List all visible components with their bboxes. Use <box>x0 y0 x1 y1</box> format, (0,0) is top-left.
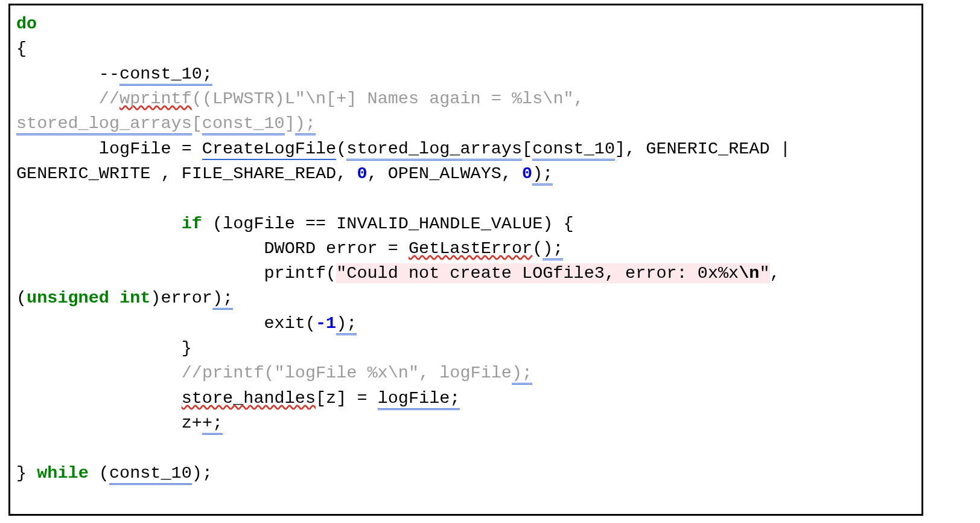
bracket-open-2: [ <box>522 139 532 159</box>
code-block-frame: do { --const_10; //wprintf((LPWSTR)L"\n[… <box>8 4 923 516</box>
cast-rest: )error <box>150 288 212 308</box>
comment-slashes: // <box>99 89 119 109</box>
semicolon: ; <box>202 64 212 86</box>
comment-const10: const_10 <box>202 114 285 135</box>
identifier-const10: const_10 <box>119 64 202 86</box>
keyword-unsigned-int: unsigned int <box>27 288 150 308</box>
while-close: ); <box>192 463 212 483</box>
zpp-indent: z+ <box>16 413 202 433</box>
exit-indent: exit( <box>16 313 316 333</box>
identifier-const10-3: const_10 <box>109 463 192 485</box>
comment-slashes-2: // <box>182 363 202 383</box>
cast-open: ( <box>16 288 27 308</box>
comment-rest-2: printf("logFile %x\n", logFile <box>202 363 512 383</box>
store-indent <box>16 388 182 408</box>
close-paren-semi-2: ); <box>542 239 563 260</box>
code-listing: do { --const_10; //wprintf((LPWSTR)L"\n[… <box>16 11 915 486</box>
fn-getlasterror: GetLastError <box>409 239 532 258</box>
keyword-while: while <box>37 463 89 483</box>
string-escape-n: \n <box>739 263 759 283</box>
brace-open: { <box>16 39 27 59</box>
string-body: "Could not create LOGfile3, error: 0x%x <box>336 263 739 283</box>
close-brace: } <box>16 463 37 483</box>
if-close-brace: } <box>16 338 192 358</box>
paren-open: ( <box>336 139 346 159</box>
bracket-open: [ <box>192 114 202 133</box>
zpp-tail: +; <box>202 413 223 435</box>
indent <box>16 89 99 109</box>
printf-indent: printf( <box>16 263 336 283</box>
number-zero-1: 0 <box>357 164 367 184</box>
close-paren-semi-3: ); <box>212 288 233 310</box>
fn-createlogfile: CreateLogFile <box>202 139 336 160</box>
line-createlog-1: logFile = <box>16 139 202 159</box>
line-createlog-rest: ], GENERIC_READ | <box>615 139 801 159</box>
keyword-do: do <box>16 14 37 34</box>
line-dec-const: -- <box>16 64 119 84</box>
identifier-store-handles: store_handles <box>182 388 316 408</box>
comment-close-semi: ); <box>295 114 316 135</box>
paren-open-1: ( <box>532 239 542 258</box>
number-zero-2: 0 <box>522 164 532 184</box>
identifier-stored-arr: stored_log_arrays <box>346 139 522 161</box>
comment-close-semi-2: ); <box>512 363 532 385</box>
if-indent <box>16 214 182 234</box>
comma-space: , <box>770 263 791 283</box>
bracket-close: ] <box>285 114 295 133</box>
indent-2 <box>16 363 182 383</box>
string-end-quote: " <box>759 263 769 283</box>
store-idx: [z] = <box>316 388 378 408</box>
identifier-logfile: logFile; <box>378 388 460 410</box>
close-paren-semi: ); <box>532 164 553 185</box>
keyword-if: if <box>182 214 202 234</box>
dword-line-indent: DWORD error = <box>16 239 409 258</box>
identifier-const10-2: const_10 <box>532 139 615 161</box>
minus-sign: - <box>316 313 326 333</box>
comment-stored-arr: stored_log_arrays <box>16 114 192 135</box>
while-open: ( <box>89 463 109 483</box>
number-one: 1 <box>326 313 336 333</box>
comment-wprintf: wprintf <box>119 89 192 109</box>
comment-line-1: //wprintf((LPWSTR)L"\n[+] Names again = … <box>16 89 594 135</box>
comment-line-2: //printf("logFile %x\n", logFile); <box>16 363 532 385</box>
line-createlog-2: GENERIC_WRITE , FILE_SHARE_READ, <box>16 164 357 184</box>
if-condition: (logFile == INVALID_HANDLE_VALUE) { <box>202 214 574 234</box>
close-paren-semi-4: ); <box>336 313 357 335</box>
line-createlog-mid: , OPEN_ALWAYS, <box>368 164 523 184</box>
string-literal: "Could not create LOGfile3, error: 0x%x\… <box>336 263 769 283</box>
comment-rest-1: ((LPWSTR)L"\n[+] Names again = %ls\n", <box>192 89 594 109</box>
